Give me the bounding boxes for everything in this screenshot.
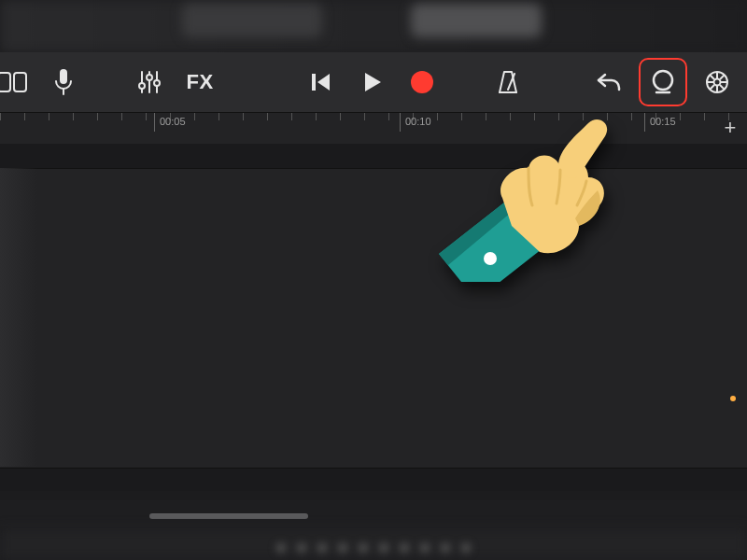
settings-button[interactable] xyxy=(697,62,738,103)
timeline-ruler[interactable]: + 00:0500:1000:15 xyxy=(0,112,747,146)
ruler-time-label: 00:05 xyxy=(160,116,186,127)
skip-back-button[interactable] xyxy=(301,62,342,103)
microphone-button[interactable] xyxy=(43,62,84,103)
microphone-icon xyxy=(54,68,73,96)
undo-button[interactable] xyxy=(588,62,629,103)
app-header-blur xyxy=(0,0,747,52)
ruler-time-label: 00:15 xyxy=(650,116,676,127)
marker-dot xyxy=(730,396,736,401)
tracks-area xyxy=(0,144,747,491)
svg-line-22 xyxy=(710,75,714,79)
svg-point-11 xyxy=(411,71,433,93)
record-icon xyxy=(409,69,435,95)
svg-rect-10 xyxy=(312,74,316,91)
metronome-icon xyxy=(496,69,520,95)
svg-rect-0 xyxy=(0,73,10,91)
mixer-icon xyxy=(136,69,162,95)
play-button[interactable] xyxy=(351,62,392,103)
horizontal-scrollbar-thumb[interactable] xyxy=(149,513,308,519)
ruler-time-label: 00:10 xyxy=(405,116,431,127)
add-track-button[interactable]: + xyxy=(719,117,741,139)
loop-button-highlight xyxy=(639,58,687,106)
track-row[interactable] xyxy=(0,168,747,469)
view-columns-button[interactable] xyxy=(0,62,34,103)
svg-point-7 xyxy=(139,83,145,89)
view-columns-icon xyxy=(0,70,29,94)
svg-line-24 xyxy=(720,75,725,79)
svg-point-17 xyxy=(714,79,721,86)
svg-rect-2 xyxy=(60,69,67,84)
svg-line-23 xyxy=(720,85,725,90)
svg-point-14 xyxy=(654,71,672,90)
track-header-edge xyxy=(0,168,37,467)
svg-rect-1 xyxy=(14,73,26,91)
play-icon xyxy=(359,70,384,94)
svg-point-9 xyxy=(154,80,160,86)
undo-icon xyxy=(596,70,622,94)
loop-icon xyxy=(649,68,677,96)
header-blob xyxy=(182,4,322,37)
main-toolbar: FX xyxy=(0,52,747,112)
plus-icon: + xyxy=(725,116,737,140)
footer-dots xyxy=(276,543,471,553)
bottom-bar xyxy=(0,500,747,526)
record-button[interactable] xyxy=(402,62,443,103)
settings-gear-icon xyxy=(703,68,731,96)
header-blob xyxy=(411,4,542,37)
mixer-button[interactable] xyxy=(129,62,170,103)
svg-line-25 xyxy=(710,85,714,90)
loop-button[interactable] xyxy=(644,63,682,101)
metronome-button[interactable] xyxy=(487,62,529,103)
fx-label: FX xyxy=(186,70,213,94)
skip-back-icon xyxy=(309,70,333,94)
svg-point-8 xyxy=(147,75,152,80)
fx-button[interactable]: FX xyxy=(179,62,220,103)
